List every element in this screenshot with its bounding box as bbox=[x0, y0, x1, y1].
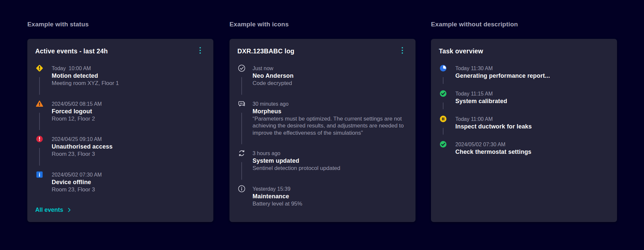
timeline-item: 3 hours agoSystem updatedSentinel detect… bbox=[237, 150, 408, 172]
event-title: Neo Anderson bbox=[253, 72, 408, 79]
section-example-without-description: Example without description Task overvie… bbox=[431, 20, 617, 222]
success-icon bbox=[439, 141, 447, 155]
timeline-item-content: 2024/05/02 08:15 AMForced logoutRoom 12,… bbox=[52, 100, 205, 123]
timeline-item-content: 2024/05/02 07:30 AMCheck thermostat sett… bbox=[455, 141, 609, 155]
event-title: Device offline bbox=[52, 179, 205, 186]
event-description: Battery level at 95% bbox=[253, 200, 408, 208]
timeline: Today 11:30 AMGenerating performance rep… bbox=[439, 65, 609, 155]
timeline-connector bbox=[241, 113, 242, 145]
event-timestamp: Just now bbox=[253, 65, 408, 72]
event-description: Meeting room XYZ, Floor 1 bbox=[52, 80, 205, 87]
event-description: “Parameters must be optimized. The curre… bbox=[253, 115, 408, 137]
timeline-connector bbox=[39, 113, 40, 130]
section-label: Example without description bbox=[431, 20, 617, 28]
timeline-card-active-events: Active events - last 24h Today 10:00 AMM… bbox=[27, 39, 213, 222]
event-title: Morpheus bbox=[253, 108, 408, 115]
timeline-item: 2024/05/02 07:30 AMDevice offlineRoom 23… bbox=[35, 171, 205, 193]
timeline: Today 10:00 AMMotion detectedMeeting roo… bbox=[35, 65, 205, 193]
chevron-right-icon bbox=[68, 208, 71, 212]
event-title: Maintenance bbox=[253, 193, 408, 200]
info-square-icon bbox=[35, 171, 44, 193]
timeline-connector bbox=[241, 77, 242, 95]
timeline-item: Today 11:30 AMGenerating performance rep… bbox=[439, 65, 609, 79]
event-title: System calibrated bbox=[455, 97, 609, 105]
event-timestamp: 2024/05/02 07:30 AM bbox=[52, 171, 205, 178]
card-title: Task overview bbox=[439, 47, 609, 55]
event-timestamp: Today 11:30 AM bbox=[455, 65, 609, 72]
section-example-with-status: Example with status Active events - last… bbox=[27, 20, 213, 222]
timeline-connector bbox=[39, 148, 40, 166]
timeline-connector bbox=[443, 77, 443, 84]
section-label: Example with status bbox=[27, 20, 213, 28]
card-title: DXR.123BABC log bbox=[237, 47, 408, 55]
kebab-menu-icon[interactable] bbox=[196, 45, 205, 55]
event-title: Inspect ductwork for leaks bbox=[455, 123, 609, 130]
event-title: Check thermostat settings bbox=[455, 148, 609, 155]
event-title: System updated bbox=[253, 157, 408, 164]
timeline-item: 2024/04/25 09:10 AMUnauthorised accessRo… bbox=[35, 136, 205, 158]
event-title: Motion detected bbox=[52, 72, 205, 79]
timeline-item: 30 minutes agoMorpheus“Parameters must b… bbox=[237, 100, 408, 137]
event-timestamp: Today 11:00 AM bbox=[455, 116, 609, 123]
timeline-item-content: 30 minutes agoMorpheus“Parameters must b… bbox=[253, 100, 408, 137]
event-description: Room 23, Floor 3 bbox=[52, 151, 205, 158]
event-timestamp: 30 minutes ago bbox=[253, 100, 408, 107]
timeline-connector bbox=[241, 162, 242, 180]
timeline-item-content: Just nowNeo AndersonCode decrypted bbox=[253, 65, 408, 87]
timeline-item-content: Today 11:15 AMSystem calibrated bbox=[455, 90, 609, 105]
info-circle-icon bbox=[237, 185, 246, 208]
event-timestamp: Today 11:15 AM bbox=[455, 90, 609, 97]
timeline-item: Today 11:00 AMInspect ductwork for leaks bbox=[439, 116, 609, 130]
timeline-item-content: 2024/04/25 09:10 AMUnauthorised accessRo… bbox=[52, 136, 205, 158]
event-description: Code decrypted bbox=[253, 80, 408, 87]
timeline-item-content: 3 hours agoSystem updatedSentinel detect… bbox=[253, 150, 408, 172]
event-timestamp: 2024/05/02 07:30 AM bbox=[455, 141, 609, 148]
timeline-item-content: Today 11:30 AMGenerating performance rep… bbox=[455, 65, 609, 79]
timeline-card-task-overview: Task overview Today 11:30 AMGenerating p… bbox=[431, 39, 617, 222]
timeline-connector bbox=[443, 128, 443, 135]
timeline-item-content: 2024/05/02 07:30 AMDevice offlineRoom 23… bbox=[52, 171, 205, 193]
timeline: Just nowNeo AndersonCode decrypted30 min… bbox=[237, 65, 408, 207]
event-timestamp: 2024/05/02 08:15 AM bbox=[52, 100, 205, 107]
event-title: Forced logout bbox=[52, 108, 205, 115]
timeline-item-content: Today 11:00 AMInspect ductwork for leaks bbox=[455, 116, 609, 130]
event-timestamp: 3 hours ago bbox=[253, 150, 408, 157]
timeline-connector bbox=[39, 77, 40, 95]
timeline-item: Yesterday 15:39MaintenanceBattery level … bbox=[237, 185, 408, 208]
event-title: Generating performance report... bbox=[455, 72, 609, 79]
event-title: Unauthorised access bbox=[52, 143, 205, 150]
timeline-connector bbox=[443, 102, 443, 109]
timeline-item-content: Yesterday 15:39MaintenanceBattery level … bbox=[253, 185, 408, 208]
page: Example with status Active events - last… bbox=[0, 0, 644, 250]
all-events-label: All events bbox=[35, 206, 63, 213]
all-events-link[interactable]: All events bbox=[35, 206, 71, 214]
event-description: Room 12, Floor 2 bbox=[52, 115, 205, 123]
event-description: Room 23, Floor 3 bbox=[52, 186, 205, 193]
event-timestamp: Today 10:00 AM bbox=[52, 65, 205, 72]
timeline-item: Today 10:00 AMMotion detectedMeeting roo… bbox=[35, 65, 205, 87]
timeline-item: Just nowNeo AndersonCode decrypted bbox=[237, 65, 408, 87]
event-description: Sentinel detection protocol updated bbox=[253, 165, 408, 172]
card-title: Active events - last 24h bbox=[35, 47, 205, 55]
timeline-item-content: Today 10:00 AMMotion detectedMeeting roo… bbox=[52, 65, 205, 87]
timeline-item: 2024/05/02 08:15 AMForced logoutRoom 12,… bbox=[35, 100, 205, 123]
kebab-menu-icon[interactable] bbox=[398, 45, 407, 55]
section-example-with-icons: Example with icons DXR.123BABC log Just … bbox=[229, 20, 416, 222]
timeline-item: Today 11:15 AMSystem calibrated bbox=[439, 90, 609, 105]
timeline-item: 2024/05/02 07:30 AMCheck thermostat sett… bbox=[439, 141, 609, 155]
event-timestamp: 2024/04/25 09:10 AM bbox=[52, 136, 205, 143]
event-timestamp: Yesterday 15:39 bbox=[253, 185, 408, 192]
section-label: Example with icons bbox=[229, 20, 416, 28]
timeline-card-log: DXR.123BABC log Just nowNeo AndersonCode… bbox=[229, 39, 416, 222]
